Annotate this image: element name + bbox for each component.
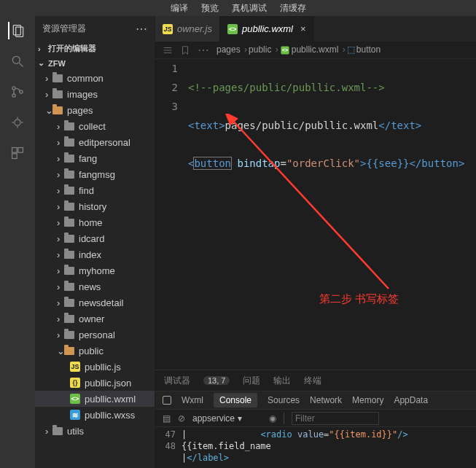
file-publlic-wxss[interactable]: ≋publlic.wxss <box>35 407 155 423</box>
folder-collect[interactable]: ›collect <box>35 118 155 134</box>
editor-tabs: JSowner.js<>publlic.wxml× <box>155 16 476 42</box>
editor-header: pages ›public ›<>publlic.wxml ›⬚button <box>155 42 476 59</box>
tab-terminal[interactable]: 终端 <box>304 375 321 387</box>
folder-fangmsg[interactable]: ›fangmsg <box>35 166 155 182</box>
annotation-text: 第二步 书写标签 <box>319 292 399 306</box>
folder-personal[interactable]: ›personal <box>35 327 155 343</box>
svg-rect-12 <box>12 148 17 153</box>
top-menu: 编译 预览 真机调试 清缓存 <box>0 0 476 16</box>
context-dropdown[interactable]: appservice ▾ <box>192 413 262 424</box>
bookmark-icon[interactable] <box>180 45 190 55</box>
console-toolbar: ▤ ⊘ appservice ▾ ◉ <box>155 410 476 427</box>
more-icon[interactable] <box>198 43 209 57</box>
folder-newsdetail[interactable]: ›newsdetail <box>35 295 155 311</box>
extensions-icon[interactable] <box>9 144 26 162</box>
chevron-right-icon: › <box>38 44 45 53</box>
chevron-down-icon: ⌄ <box>38 58 45 68</box>
main: JSowner.js<>publlic.wxml× pages ›public … <box>155 16 476 468</box>
folder-fang[interactable]: ›fang <box>35 150 155 166</box>
code-editor[interactable]: 1 2 3 <!--pages/public/publlic.wxml--> <… <box>155 59 476 370</box>
svg-line-3 <box>20 63 23 67</box>
section-project[interactable]: ⌄ ZFW <box>35 56 155 70</box>
svg-point-5 <box>12 94 15 97</box>
tab-wxml[interactable]: Wxml <box>182 395 203 405</box>
clear-icon[interactable]: ⊘ <box>178 413 185 424</box>
folder-index[interactable]: ›index <box>35 246 155 262</box>
explorer-icon[interactable] <box>8 22 26 39</box>
breadcrumbs[interactable]: pages ›public ›<>publlic.wxml ›⬚button <box>216 44 381 55</box>
panel-tabs: 调试器 13, 7 问题 输出 终端 <box>155 370 476 391</box>
folder-public[interactable]: ⌄public <box>35 343 155 359</box>
line-number: 2 <box>155 78 178 97</box>
panel: 调试器 13, 7 问题 输出 终端 Wxml Console Sources … <box>155 370 476 468</box>
folder-home[interactable]: ›home <box>35 214 155 230</box>
menu-clear-cache[interactable]: 清缓存 <box>280 2 306 15</box>
eye-icon[interactable]: ◉ <box>269 413 276 424</box>
svg-rect-13 <box>18 148 23 153</box>
tab-publlic-wxml[interactable]: <>publlic.wxml× <box>220 16 314 42</box>
folder-history[interactable]: ›history <box>35 198 155 214</box>
folder-utils[interactable]: ›utils <box>35 423 155 439</box>
tab-problems[interactable]: 问题 <box>243 375 260 387</box>
search-icon[interactable] <box>9 52 26 70</box>
source-control-icon[interactable] <box>9 83 26 101</box>
folder-pages[interactable]: ⌄pages <box>35 102 155 118</box>
tab-appdata[interactable]: AppData <box>394 395 428 405</box>
svg-point-4 <box>12 87 15 90</box>
folder-find[interactable]: ›find <box>35 182 155 198</box>
folder-news[interactable]: ›news <box>35 278 155 295</box>
folder-images[interactable]: ›images <box>35 86 155 102</box>
tab-network[interactable]: Network <box>310 395 342 405</box>
tab-owner-js[interactable]: JSowner.js <box>155 16 220 42</box>
close-icon[interactable]: × <box>300 23 306 34</box>
cursor-position-badge: 13, 7 <box>203 376 230 385</box>
folder-common[interactable]: ›common <box>35 70 155 86</box>
list-icon[interactable] <box>163 45 173 55</box>
folder-idcard[interactable]: ›idcard <box>35 230 155 246</box>
tab-memory[interactable]: Memory <box>352 395 383 405</box>
svg-point-2 <box>12 56 20 63</box>
line-number: 1 <box>155 59 178 78</box>
svg-rect-14 <box>12 154 17 159</box>
file-publlic-wxml[interactable]: <>publlic.wxml <box>35 391 155 407</box>
menu-debug[interactable]: 真机调试 <box>232 2 267 15</box>
tab-output[interactable]: 输出 <box>273 375 291 387</box>
line-number: 3 <box>155 97 178 116</box>
tab-console[interactable]: Console <box>214 393 257 407</box>
filter-input[interactable] <box>292 412 379 425</box>
menu-preview[interactable]: 预览 <box>201 2 219 15</box>
sidebar-title: 资源管理器 <box>42 23 86 35</box>
folder-myhome[interactable]: ›myhome <box>35 262 155 278</box>
file-publlic-js[interactable]: JSpubllic.js <box>35 359 155 375</box>
devtools-tabs: Wxml Console Sources Network Memory AppD… <box>155 391 476 410</box>
tab-debugger[interactable]: 调试器 <box>164 375 190 387</box>
file-tree: ›common›images⌄pages›collect›editpersona… <box>35 70 155 439</box>
svg-point-7 <box>15 120 20 125</box>
console-output: 47 48 | <radio value="{{item.id}}"/>{{it… <box>155 427 476 464</box>
menu-compile[interactable]: 编译 <box>171 2 188 15</box>
section-open-editors[interactable]: › 打开的编辑器 <box>35 41 155 56</box>
tab-sources[interactable]: Sources <box>268 395 300 405</box>
debug-icon[interactable] <box>9 114 26 131</box>
folder-editpersonal[interactable]: ›editpersonal <box>35 134 155 150</box>
sidebar-toggle-icon[interactable]: ▤ <box>163 413 171 424</box>
chevron-down-icon: ▾ <box>238 413 242 424</box>
activity-bar <box>0 16 35 468</box>
file-publlic-json[interactable]: {}publlic.json <box>35 375 155 391</box>
more-icon[interactable] <box>136 22 147 36</box>
inspector-icon[interactable] <box>163 396 171 405</box>
folder-owner[interactable]: ›owner <box>35 311 155 327</box>
sidebar-header: 资源管理器 <box>35 16 155 41</box>
sidebar: 资源管理器 › 打开的编辑器 ⌄ ZFW ›common›images⌄page… <box>35 16 155 468</box>
